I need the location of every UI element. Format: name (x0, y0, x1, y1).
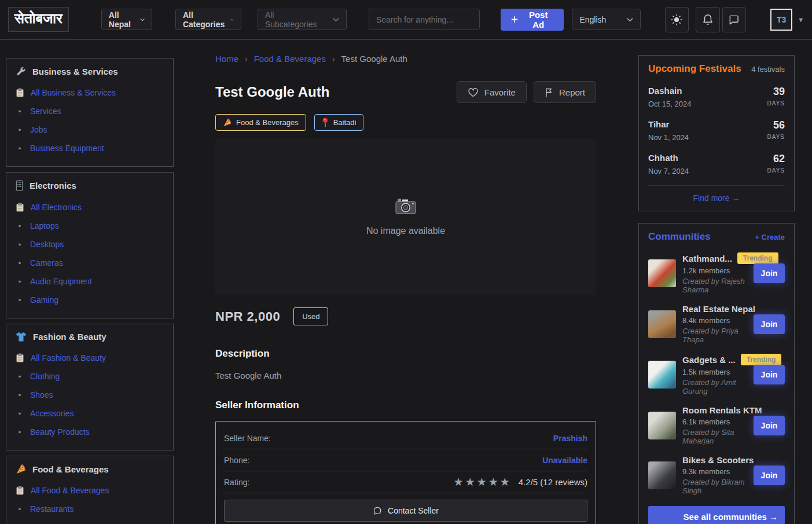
category-tag[interactable]: Food & Beverages (215, 114, 306, 131)
sidebar-item-desktops[interactable]: • Desktops (16, 235, 164, 254)
seller-heading: Seller Information (215, 400, 596, 411)
join-button[interactable]: Join (754, 365, 785, 384)
sidebar-item-laptops[interactable]: • Laptops (16, 217, 164, 235)
festival-days-number: 39 (767, 86, 785, 98)
page-title: Test Google Auth (215, 84, 329, 100)
sidebar-item-business-equipment[interactable]: • Business Equipment (16, 139, 164, 157)
community-members: 1.2k members (682, 266, 747, 275)
find-more-link[interactable]: Find more → (648, 186, 785, 203)
sidebar-item-all-fashion[interactable]: All Fashion & Beauty (16, 349, 164, 367)
location-tag[interactable]: Baitadi (314, 114, 364, 131)
category-select[interactable]: All Categories (175, 9, 241, 30)
region-select[interactable]: All Nepal (101, 9, 152, 30)
bullet-icon: • (16, 296, 24, 305)
subcategory-select[interactable]: All Subcategories (258, 9, 347, 30)
messages-button[interactable] (722, 7, 747, 32)
category-title: Electronics (30, 181, 76, 190)
bullet-icon: • (16, 505, 24, 514)
report-button[interactable]: Report (534, 81, 596, 103)
favorite-label: Favorite (484, 87, 516, 97)
community-name[interactable]: Gadgets & ... (682, 355, 736, 365)
sidebar-item-cameras[interactable]: • Cameras (16, 254, 164, 272)
sidebar-item-all-food[interactable]: All Food & Beverages (16, 481, 164, 500)
trending-badge: Trending (737, 252, 778, 264)
language-select[interactable]: English (572, 9, 640, 30)
category-select-value: All Categories (183, 10, 225, 29)
community-name[interactable]: Room Rentals KTM (682, 405, 762, 415)
festival-info: Tihar Nov 1, 2024 (648, 119, 689, 142)
community-created-by: Created by Bikram Singh (682, 478, 747, 495)
sidebar-item-beauty-products[interactable]: • Beauty Products (16, 423, 164, 441)
favorite-button[interactable]: Favorite (457, 81, 527, 103)
join-button[interactable]: Join (754, 314, 785, 334)
festival-days-number: 62 (767, 153, 785, 165)
community-row: Room Rentals KTM 6.1k members Created by… (648, 405, 785, 445)
community-created-by: Created by Rajesh Sharma (682, 277, 747, 294)
sidebar-item-label: All Food & Beverages (31, 486, 109, 495)
seller-phone-value: Unavailable (542, 456, 587, 465)
festival-row-tihar[interactable]: Tihar Nov 1, 2024 56 DAYS (648, 119, 785, 142)
sidebar-item-label: All Fashion & Beauty (31, 353, 106, 362)
tshirt-icon (16, 332, 27, 342)
community-name[interactable]: Kathmand... (682, 254, 732, 263)
location-tag-label: Baitadi (333, 118, 357, 127)
seller-name-value[interactable]: Prashish (553, 434, 587, 443)
breadcrumb-category[interactable]: Food & Beverages (254, 54, 326, 64)
site-logo[interactable]: सेतोबजार (8, 7, 69, 32)
create-community-link[interactable]: + Create (755, 233, 785, 241)
category-card-header: Fashion & Beauty (16, 332, 164, 342)
sidebar-item-shoes[interactable]: • Shoes (16, 386, 164, 404)
description-text: Test Google Auth (215, 371, 596, 380)
notifications-button[interactable] (696, 7, 720, 32)
seller-phone-row: Phone: Unavailable (224, 449, 587, 471)
community-created-by: Created by Sita Maharjan (682, 428, 747, 445)
sidebar-item-accessories[interactable]: • Accessories (16, 404, 164, 423)
join-button[interactable]: Join (754, 416, 785, 435)
sidebar-item-gaming[interactable]: • Gaming (16, 291, 164, 309)
title-row: Test Google Auth Favorite Report (215, 81, 596, 103)
breadcrumb-current: Test Google Auth (341, 54, 407, 64)
community-row: Real Estate Nepal 8.4k members Created b… (648, 304, 785, 344)
communities-header: Communities + Create (648, 231, 785, 243)
festivals-title: Upcoming Festivals (648, 63, 741, 75)
seller-name-row: Seller Name: Prashish (224, 427, 587, 449)
festival-row-chhath[interactable]: Chhath Nov 7, 2024 62 DAYS (648, 153, 785, 175)
join-button[interactable]: Join (754, 263, 785, 283)
sidebar-item-label: Cameras (30, 258, 63, 268)
category-card-header: Business & Services (16, 66, 164, 76)
sidebar-item-label: Beauty Products (30, 427, 90, 437)
festival-date: Nov 1, 2024 (648, 133, 689, 142)
breadcrumb-home[interactable]: Home (215, 54, 238, 64)
avatar-label: T3 (777, 15, 786, 24)
contact-seller-button[interactable]: Contact Seller (224, 500, 587, 522)
sidebar-item-all-business[interactable]: All Business & Services (16, 83, 164, 102)
bullet-icon: • (16, 126, 24, 134)
see-all-communities-button[interactable]: See all communities → (648, 506, 785, 524)
theme-toggle-button[interactable] (665, 7, 689, 32)
category-title: Food & Beverages (32, 464, 109, 474)
festival-days-number: 56 (767, 119, 785, 131)
search-input[interactable] (369, 9, 480, 30)
community-name[interactable]: Real Estate Nepal (682, 304, 755, 314)
sidebar-item-jobs[interactable]: • Jobs (16, 120, 164, 139)
sidebar-item-audio-equipment[interactable]: • Audio Equipment (16, 272, 164, 291)
community-name[interactable]: Bikes & Scooters (682, 455, 754, 465)
festival-date: Nov 7, 2024 (648, 167, 689, 175)
account-menu[interactable]: T3 ▼ (770, 9, 804, 31)
sidebar-item-label: Accessories (30, 409, 74, 418)
sidebar-item-catering[interactable]: • Catering (16, 518, 164, 524)
seller-info-card: Seller Name: Prashish Phone: Unavailable… (215, 421, 596, 524)
sidebar-item-services[interactable]: • Services (16, 102, 164, 120)
festival-row-dashain[interactable]: Dashain Oct 15, 2024 39 DAYS (648, 86, 785, 108)
sidebar-item-all-electronics[interactable]: All Electronics (16, 198, 164, 217)
festival-countdown: 62 DAYS (767, 153, 785, 175)
sidebar-item-clothing[interactable]: • Clothing (16, 367, 164, 386)
sidebar-item-label: Gaming (30, 295, 58, 305)
bullet-icon: • (16, 107, 24, 116)
festival-days-unit: DAYS (767, 134, 785, 140)
join-button[interactable]: Join (754, 466, 785, 485)
chat-icon (728, 14, 740, 25)
sidebar-item-restaurants[interactable]: • Restaurants (16, 500, 164, 518)
sidebar-item-label: Services (30, 107, 61, 116)
post-ad-button[interactable]: Post Ad (501, 9, 564, 31)
